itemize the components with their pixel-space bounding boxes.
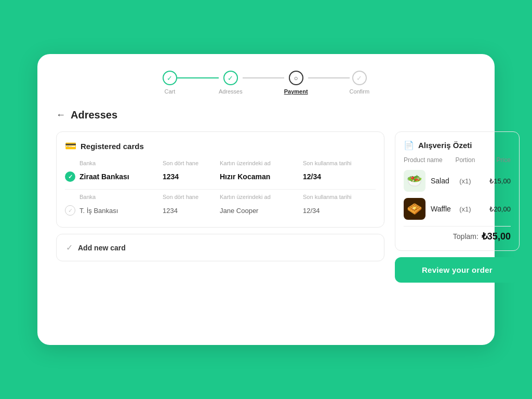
- salad-portion: (x1): [451, 177, 480, 185]
- card-1-selected-icon: ✓: [65, 171, 75, 182]
- step-cart-label: Cart: [164, 88, 175, 95]
- card-1-name: Hızır Kocaman: [220, 172, 303, 181]
- credit-card-icon: 💳: [65, 140, 76, 152]
- summary-col-headers: Product name Portion Price: [404, 156, 511, 164]
- waffle-image: 🧇: [404, 198, 425, 220]
- registered-cards-section: 💳 Registered cards Banka Son dört hane K…: [56, 131, 384, 228]
- col-bank-header-2: Banka: [79, 194, 163, 200]
- document-icon: 📄: [404, 140, 414, 150]
- card-header-row-1: Banka Son dört hane Kartın üzerindeki ad…: [65, 160, 376, 166]
- total-value: ₺35,00: [482, 231, 511, 242]
- col-expiry-header-2: Son kullanma tarihi: [303, 194, 376, 200]
- card-1-bank: Ziraat Bankası: [79, 172, 163, 181]
- waffle-portion: (x1): [451, 205, 480, 213]
- step-confirm-label: Confirm: [350, 88, 370, 95]
- order-divider: [404, 226, 511, 227]
- total-label: Toplam:: [453, 232, 478, 241]
- step-addresses: ✓ Adresses: [219, 71, 243, 95]
- card-2-bank: T. İş Bankası: [79, 207, 163, 215]
- card-row-2[interactable]: ✓ T. İş Bankası 1234 Jane Cooper 12/34: [65, 202, 376, 219]
- step-cart: ✓ Cart: [163, 71, 177, 95]
- page-title-row: ← Adresses: [56, 109, 476, 121]
- salad-price: ₺15,00: [480, 177, 511, 185]
- col-name-header-1: Kartın üzerindeki ad: [220, 160, 303, 166]
- main-card: ✓ Cart ✓ Adresses ○ Payment ✓ Confirm ← …: [37, 54, 495, 345]
- col-lastfour-header-2: Son dört hane: [163, 194, 220, 200]
- card-divider: [65, 189, 376, 190]
- step-confirm: ✓ Confirm: [350, 71, 370, 95]
- col-lastfour-header-1: Son dört hane: [163, 160, 220, 166]
- registered-cards-title: Registered cards: [81, 142, 144, 151]
- col-name-header-2: Kartın üzerindeki ad: [220, 194, 303, 200]
- summary-title: Alışveriş Özeti: [418, 141, 472, 150]
- salad-image: 🥗: [404, 170, 425, 192]
- step-line-2: [243, 77, 284, 78]
- step-confirm-circle: ✓: [352, 71, 367, 85]
- summary-header: 📄 Alışveriş Özeti: [404, 140, 511, 150]
- col-expiry-header-1: Son kullanma tarihi: [303, 160, 376, 166]
- cards-section-header: 💳 Registered cards: [65, 140, 376, 152]
- review-order-button[interactable]: Review your order: [395, 257, 520, 283]
- col-portion-header: Portion: [451, 156, 480, 164]
- left-panel: 💳 Registered cards Banka Son dört hane K…: [56, 131, 384, 283]
- order-item-waffle: 🧇 Waffle (x1) ₺20,00: [404, 198, 511, 220]
- card-1-expiry: 12/34: [303, 172, 376, 181]
- step-line-3: [308, 77, 350, 78]
- order-item-salad: 🥗 Salad (x1) ₺15,00: [404, 170, 511, 192]
- step-line-1: [177, 77, 219, 78]
- col-price-header: Price: [480, 156, 511, 164]
- content-layout: 💳 Registered cards Banka Son dört hane K…: [56, 131, 476, 283]
- add-card-section[interactable]: ✓ Add new card: [56, 234, 384, 261]
- order-summary-card: 📄 Alışveriş Özeti Product name Portion P…: [395, 131, 520, 251]
- add-card-label: Add new card: [78, 244, 126, 252]
- card-row-1[interactable]: ✓ Ziraat Bankası 1234 Hızır Kocaman 12/3…: [65, 168, 376, 185]
- card-2-lastfour: 1234: [163, 207, 220, 215]
- step-addresses-circle: ✓: [223, 71, 238, 85]
- waffle-details: Waffle (x1) ₺20,00: [431, 205, 511, 213]
- stepper: ✓ Cart ✓ Adresses ○ Payment ✓ Confirm: [56, 71, 476, 95]
- add-card-icon: ✓: [66, 243, 73, 252]
- card-2-expiry: 12/34: [303, 207, 376, 215]
- card-2-select-icon: ✓: [65, 205, 75, 216]
- card-1-lastfour: 1234: [163, 172, 220, 181]
- waffle-price: ₺20,00: [480, 205, 511, 213]
- step-cart-circle: ✓: [163, 71, 177, 85]
- col-bank-header-1: Banka: [79, 160, 163, 166]
- card-header-row-2: Banka Son dört hane Kartın üzerindeki ad…: [65, 194, 376, 200]
- step-addresses-label: Adresses: [219, 88, 243, 95]
- back-button[interactable]: ←: [56, 110, 65, 121]
- page-title: Adresses: [71, 109, 117, 121]
- salad-name: Salad: [431, 177, 451, 185]
- step-payment-circle: ○: [289, 71, 303, 85]
- salad-details: Salad (x1) ₺15,00: [431, 177, 511, 185]
- step-payment: ○ Payment: [284, 71, 308, 95]
- order-total-row: Toplam: ₺35,00: [404, 231, 511, 242]
- col-product-header: Product name: [404, 156, 451, 164]
- right-panel: 📄 Alışveriş Özeti Product name Portion P…: [395, 131, 520, 283]
- waffle-name: Waffle: [431, 205, 451, 213]
- step-payment-label: Payment: [284, 88, 308, 95]
- card-2-name: Jane Cooper: [220, 207, 303, 215]
